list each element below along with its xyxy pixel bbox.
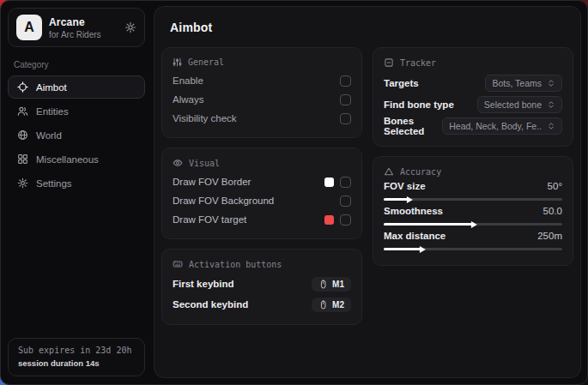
enable-checkbox[interactable] [340,75,351,87]
subscription-box: Sub expires in 23d 20h session duration … [8,338,145,376]
setting-label: Second keybind [173,299,312,310]
brand-text: Arcane for Arc Riders [49,16,118,39]
slider-thumb[interactable] [420,246,426,253]
fov-size-slider[interactable] [384,198,562,201]
right-column: Tracker Targets Bots, Teams [373,47,573,266]
setting-row-fov-target: Draw FOV target [173,210,351,229]
dropdown-value: Head, Neck, Body, Fe.. [449,121,542,131]
smoothness-slider[interactable] [384,223,562,226]
mouse-icon [318,300,328,310]
setting-row-fov-size: FOV size 50° [384,181,562,201]
setting-label: Smoothness [384,206,543,216]
card-accuracy: Accuracy FOV size 50° [373,156,573,266]
keybind-value: M1 [332,280,344,289]
card-title: Tracker [400,58,436,68]
max-distance-slider[interactable] [384,248,562,250]
card-activation-buttons: Activation buttons First keybind M1 [161,249,362,325]
globe-icon [17,129,28,141]
main-panel: Aimbot General [154,6,581,378]
fov-border-checkbox[interactable] [340,177,351,188]
dropdown-value: Bots, Teams [492,78,542,88]
setting-row-max-distance: Max distance 250m [384,231,562,250]
setting-label: Find bone type [384,99,477,110]
scan-icon [384,57,394,68]
dropdown-value: Selected bone [484,99,542,110]
sidebar-item-world[interactable]: World [8,123,145,147]
setting-label: Max distance [384,231,537,241]
setting-label: Always [173,94,340,105]
eye-icon [173,158,183,168]
brand-header: A Arcane for Arc Riders [8,8,145,47]
gear-icon [17,177,28,189]
sidebar-nav: Aimbot Entities [8,75,145,195]
fov-border-color-swatch[interactable] [324,177,334,187]
targets-dropdown[interactable]: Bots, Teams [485,75,562,92]
setting-row-smoothness: Smoothness 50.0 [384,206,562,226]
card-accuracy-header: Accuracy [384,166,562,177]
setting-row-fov-background: Draw FOV Background [173,191,351,210]
sidebar: A Arcane for Arc Riders Category [1,1,152,384]
card-visual: Visual Draw FOV Border Draw FOV Backgrou… [161,147,362,239]
brand-logo: A [16,15,42,40]
slider-thumb[interactable] [471,221,477,228]
setting-row-second-keybind: Second keybind M2 [173,294,351,315]
card-general-header: General [173,57,351,67]
smoothness-value: 50.0 [543,206,562,216]
left-column: General Enable Always Visibility check [161,47,362,325]
setting-label: First keybind [173,279,312,289]
keyboard-icon [173,259,183,269]
fov-target-checkbox[interactable] [340,214,351,226]
find-bone-type-dropdown[interactable]: Selected bone [477,96,562,113]
chevrons-up-down-icon [547,79,555,87]
card-title: Accuracy [400,167,441,177]
setting-row-fov-border: Draw FOV Border [173,172,351,191]
triangle-icon [384,166,394,177]
visibility-check-checkbox[interactable] [340,113,351,124]
page-title: Aimbot [170,21,565,34]
sidebar-item-label: World [36,130,62,141]
setting-label: Draw FOV target [173,214,324,225]
bones-selected-dropdown[interactable]: Head, Neck, Body, Fe.. [442,117,562,135]
subscription-expiry: Sub expires in 23d 20h [18,346,135,355]
card-title: Activation buttons [189,260,282,269]
sidebar-item-label: Aimbot [36,82,67,93]
card-general: General Enable Always Visibility check [161,47,362,138]
sidebar-item-miscellaneous[interactable]: Miscellaneous [8,147,145,171]
gear-icon[interactable] [124,21,136,33]
brand-subtitle: for Arc Riders [49,30,118,39]
sliders-icon [173,57,182,67]
app-window: A Arcane for Arc Riders Category [0,0,588,385]
session-duration: session duration 14s [18,358,135,368]
sidebar-item-label: Entities [36,106,69,117]
setting-row-targets: Targets Bots, Teams [384,72,562,93]
setting-row-bones-selected: Bones Selected Head, Neck, Body, Fe.. [384,115,562,136]
always-checkbox[interactable] [340,94,351,105]
setting-label: FOV size [384,181,548,191]
card-activation-header: Activation buttons [173,259,351,269]
setting-row-find-bone-type: Find bone type Selected bone [384,93,562,115]
fov-background-checkbox[interactable] [340,196,351,207]
sidebar-item-settings[interactable]: Settings [8,171,145,195]
card-tracker-header: Tracker [384,57,562,68]
card-title: General [188,57,224,67]
card-tracker: Tracker Targets Bots, Teams [373,47,573,147]
card-visual-header: Visual [173,158,351,168]
setting-label: Visibility check [173,113,340,123]
grid-icon [17,153,28,165]
keybind-value: M2 [332,300,344,310]
second-keybind-button[interactable]: M2 [312,298,351,312]
slider-thumb[interactable] [407,196,413,203]
max-distance-value: 250m [537,231,562,241]
sidebar-item-aimbot[interactable]: Aimbot [8,75,145,99]
category-label: Category [14,60,139,69]
fov-target-color-swatch[interactable] [324,215,334,225]
setting-label: Bones Selected [384,116,442,136]
setting-row-enable: Enable [173,71,351,90]
setting-row-visibility-check: Visibility check [173,109,351,128]
sidebar-item-label: Miscellaneous [36,154,99,165]
first-keybind-button[interactable]: M1 [312,277,351,292]
brand-name: Arcane [49,16,118,28]
chevrons-up-down-icon [547,122,555,130]
sidebar-item-entities[interactable]: Entities [8,99,145,123]
sidebar-item-label: Settings [36,178,72,189]
